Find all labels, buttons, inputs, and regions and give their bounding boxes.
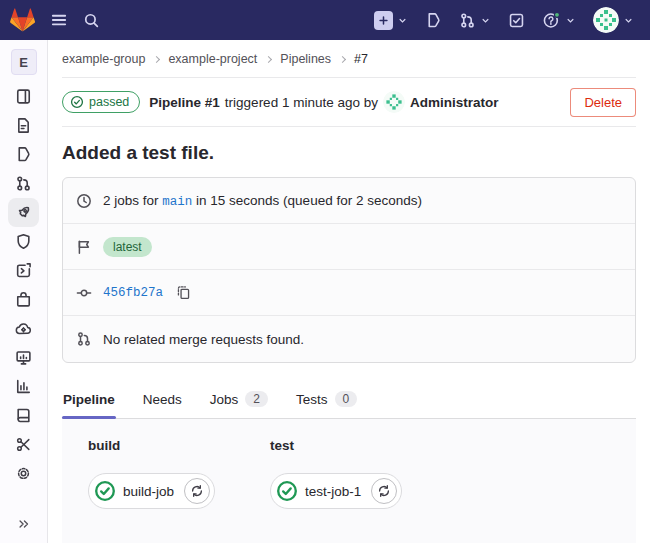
status-badge[interactable]: passed [62,91,140,113]
pipeline-trigger-text: Pipeline #1 triggered 1 minute ago by Ad… [149,91,498,113]
jobs-count-badge: 2 [245,391,268,407]
sidebar-item-snippets[interactable] [8,430,39,459]
issues-button[interactable] [425,12,442,29]
project-sidebar: E [0,40,48,543]
hamburger-icon [50,11,68,29]
sidebar-item-deployments[interactable] [8,256,39,285]
status-success-icon [94,480,116,502]
shield-icon [15,233,32,250]
sidebar-item-settings[interactable] [8,459,39,488]
status-success-icon [276,480,298,502]
breadcrumb-project[interactable]: example-project [168,52,257,66]
sidebar-item-wiki[interactable] [8,401,39,430]
retry-icon [190,484,204,498]
triggered-text: triggered 1 minute ago by [225,95,378,110]
gitlab-logo[interactable] [10,8,35,32]
breadcrumb-pipeline-id: #7 [354,52,368,66]
pipeline-status-bar: passed Pipeline #1 triggered 1 minute ag… [62,78,636,127]
todo-check-icon [508,12,525,29]
top-navbar [0,0,650,40]
merge-requests-button[interactable] [459,12,491,29]
breadcrumb-separator-icon [339,55,346,62]
tab-jobs[interactable]: Jobs 2 [209,382,269,418]
book-icon [15,407,32,424]
commit-sha-link[interactable]: 456fb27a [103,286,163,300]
user-menu-button[interactable] [593,7,634,33]
chart-icon [15,378,32,395]
sidebar-item-packages-registries[interactable] [8,285,39,314]
retry-job-button[interactable] [184,478,210,504]
copy-icon [176,285,191,300]
sidebar-item-security-compliance[interactable] [8,227,39,256]
sidebar-item-project-information[interactable] [8,82,39,111]
chevron-down-icon [397,15,408,26]
rocket-icon [15,204,32,221]
sidebar-item-infrastructure[interactable] [8,314,39,343]
search-icon [83,12,100,29]
sidebar-item-merge-requests[interactable] [8,169,39,198]
summary-duration-row: 2 jobs for main in 15 seconds (queued fo… [63,178,635,224]
stage-name: test [270,438,418,453]
delete-pipeline-button[interactable]: Delete [570,88,636,117]
hamburger-menu-button[interactable] [50,11,68,29]
sidebar-item-ci-cd[interactable] [8,198,39,227]
chevron-down-icon [565,15,576,26]
monitor-icon [15,349,32,366]
commit-icon [76,285,92,301]
tests-count-badge: 0 [335,391,358,407]
summary-merge-requests-row: No related merge requests found. [63,316,635,362]
project-icon [15,88,32,105]
breadcrumb: example-group example-project Pipelines … [62,40,636,78]
copy-commit-sha-button[interactable] [176,285,191,300]
project-avatar[interactable]: E [11,49,37,75]
breadcrumb-pipelines[interactable]: Pipelines [280,52,331,66]
sidebar-item-repository[interactable] [8,111,39,140]
sidebar-item-monitor[interactable] [8,343,39,372]
pipeline-graph: build build-job test test-job-1 [62,419,636,543]
summary-latest-row: latest [63,224,635,270]
tab-needs[interactable]: Needs [142,382,183,418]
todos-button[interactable] [508,12,525,29]
user-avatar [593,7,619,33]
job-pill[interactable]: test-job-1 [270,473,402,509]
flag-icon [76,239,92,255]
new-menu-button[interactable] [374,11,408,30]
plus-icon [374,11,393,30]
summary-commit-row: 456fb27a [63,270,635,316]
clock-icon [76,193,92,209]
stage-build: build build-job [88,438,236,509]
retry-icon [377,484,391,498]
branch-link[interactable]: main [162,195,192,209]
check-circle-icon [70,95,84,109]
breadcrumb-group[interactable]: example-group [62,52,145,66]
search-button[interactable] [83,12,100,29]
triggerer-avatar[interactable] [383,91,405,113]
job-pill[interactable]: build-job [88,473,215,509]
pipeline-number: Pipeline #1 [149,95,220,110]
triggerer-name[interactable]: Administrator [410,95,499,110]
scissors-icon [15,436,32,453]
chevron-down-icon [623,15,634,26]
sidebar-item-analytics[interactable] [8,372,39,401]
pipeline-summary-card: 2 jobs for main in 15 seconds (queued fo… [62,177,636,363]
sidebar-item-issues[interactable] [8,140,39,169]
issues-icon [15,146,32,163]
package-icon [15,291,32,308]
stage-test: test test-job-1 [270,438,418,509]
retry-job-button[interactable] [371,478,397,504]
latest-badge: latest [103,237,152,257]
chevron-down-icon [480,15,491,26]
commit-title: Added a test file. [62,142,636,164]
sidebar-collapse-button[interactable] [13,513,35,535]
deploy-icon [15,262,32,279]
tab-tests[interactable]: Tests 0 [295,382,358,418]
tab-pipeline[interactable]: Pipeline [62,382,116,418]
breadcrumb-separator-icon [153,55,160,62]
main-content: example-group example-project Pipelines … [48,40,650,543]
help-menu-button[interactable] [542,11,576,30]
document-icon [15,117,32,134]
cloud-gear-icon [15,320,32,337]
gear-icon [15,465,32,482]
help-icon [542,11,561,30]
no-merge-requests-text: No related merge requests found. [103,332,304,347]
